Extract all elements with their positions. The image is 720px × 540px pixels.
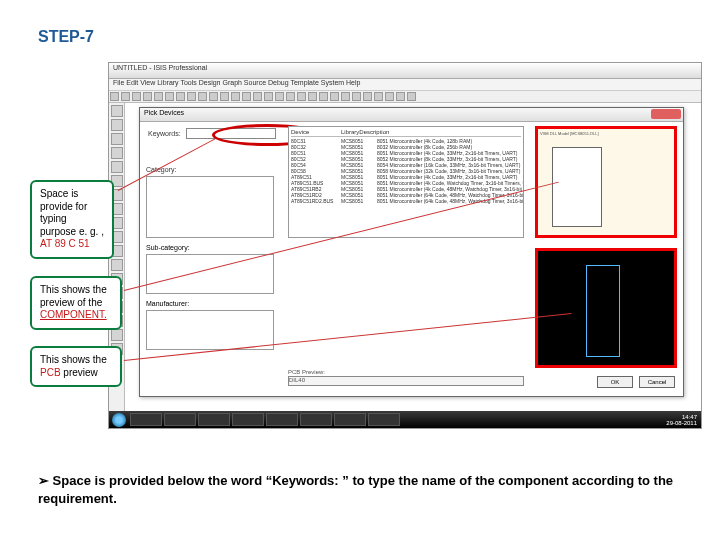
taskbar-item[interactable] xyxy=(130,413,162,426)
pick-devices-dialog: Pick Devices Keywords: Category: Sub-cat… xyxy=(139,107,684,397)
package-dropdown[interactable]: DIL40 xyxy=(288,376,524,386)
callout-keywords: Space is provide for typing purpose e. g… xyxy=(30,180,114,259)
dialog-title: Pick Devices xyxy=(140,108,683,122)
taskbar-item[interactable] xyxy=(368,413,400,426)
pcb-preview xyxy=(535,248,677,368)
pcb-label: PCB Preview: xyxy=(288,369,325,375)
window-titlebar: UNTITLED - ISIS Professional xyxy=(109,63,701,79)
start-orb-icon[interactable] xyxy=(112,413,126,427)
taskbar-item[interactable] xyxy=(198,413,230,426)
col-device: Device xyxy=(291,129,341,136)
subcategory-list[interactable] xyxy=(146,254,274,294)
keywords-label: Keywords: xyxy=(148,130,186,137)
manufacturer-label: Manufacturer: xyxy=(146,300,189,307)
col-library: Library xyxy=(341,129,359,136)
taskbar-clock: 14:47 29-08-2011 xyxy=(666,414,697,426)
taskbar-item[interactable] xyxy=(164,413,196,426)
taskbar-item[interactable] xyxy=(266,413,298,426)
cancel-button[interactable]: Cancel xyxy=(639,376,675,388)
subcategory-label: Sub-category: xyxy=(146,244,190,251)
keywords-input[interactable] xyxy=(186,128,276,139)
col-desc: Description xyxy=(359,129,389,136)
results-table[interactable]: Device Library Description 80C31MCS80518… xyxy=(288,126,524,238)
taskbar-item[interactable] xyxy=(334,413,366,426)
toolbar xyxy=(109,91,701,103)
taskbar-item[interactable] xyxy=(300,413,332,426)
app-screenshot: UNTITLED - ISIS Professional File Edit V… xyxy=(108,62,702,429)
taskbar: 14:47 29-08-2011 xyxy=(109,411,701,428)
ok-button[interactable]: OK xyxy=(597,376,633,388)
footer-note: ➢ Space is provided below the word “Keyw… xyxy=(38,472,692,507)
taskbar-item[interactable] xyxy=(232,413,264,426)
manufacturer-list[interactable] xyxy=(146,310,274,350)
callout-component-preview: This shows the preview of the COMPONENT. xyxy=(30,276,122,330)
step-title: STEP-7 xyxy=(38,28,94,46)
callout-pcb-preview: This shows the PCB preview xyxy=(30,346,122,387)
menu-bar: File Edit View Library Tools Design Grap… xyxy=(109,79,701,91)
close-icon[interactable] xyxy=(651,109,681,119)
category-list[interactable] xyxy=(146,176,274,238)
